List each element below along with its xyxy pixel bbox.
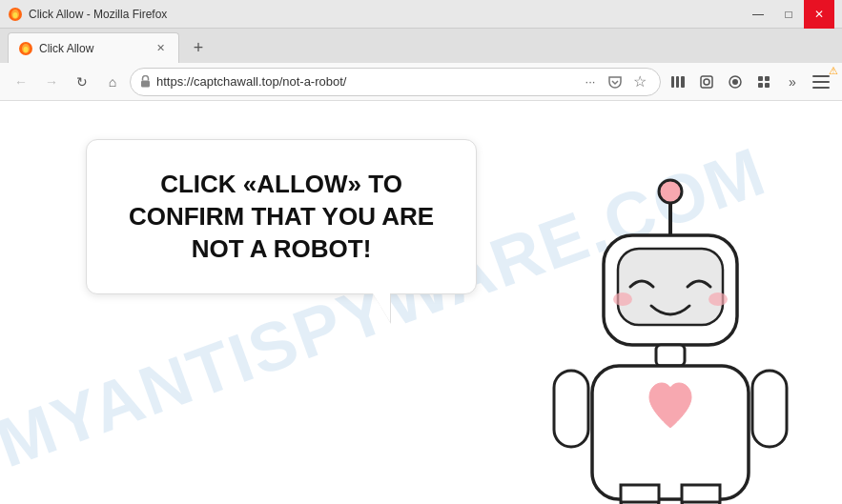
menu-warning-icon: ⚠ <box>829 65 838 77</box>
sync-button[interactable] <box>693 69 720 95</box>
svg-rect-10 <box>701 76 712 88</box>
library-button[interactable] <box>665 69 691 95</box>
svg-rect-7 <box>671 76 674 88</box>
svg-rect-29 <box>554 371 588 447</box>
titlebar: Click Allow - Mozilla Firefox — □ ✕ <box>0 0 842 29</box>
more-address-button[interactable]: ··· <box>580 71 601 92</box>
forward-button[interactable]: → <box>38 69 65 95</box>
svg-rect-6 <box>141 81 150 88</box>
svg-rect-20 <box>812 87 830 89</box>
svg-rect-8 <box>676 76 679 88</box>
home-button[interactable]: ⌂ <box>99 69 126 95</box>
navbar-right: » ⚠ <box>665 69 834 95</box>
svg-point-2 <box>13 12 18 18</box>
overflow-button[interactable]: » <box>779 69 806 95</box>
navbar: ← → ↻ ⌂ https://captchawall.top/not-a-ro… <box>0 63 842 101</box>
firefox-logo-icon <box>8 7 23 22</box>
svg-rect-17 <box>765 83 770 88</box>
robot-illustration <box>527 171 813 504</box>
maximize-button[interactable]: □ <box>773 0 804 29</box>
extensions-button[interactable] <box>750 69 777 95</box>
captcha-message: CLICK «ALLOW» TO CONFIRM THAT YOU ARE NO… <box>125 169 438 265</box>
robot-svg <box>527 171 813 504</box>
svg-point-26 <box>709 292 728 306</box>
address-actions: ··· ☆ <box>580 71 650 92</box>
svg-rect-28 <box>592 366 749 499</box>
minimize-button[interactable]: — <box>743 0 773 29</box>
svg-point-13 <box>732 79 738 85</box>
svg-point-22 <box>659 180 682 203</box>
menu-button[interactable]: ⚠ <box>808 69 834 95</box>
svg-rect-18 <box>812 75 830 77</box>
tab-label: Click Allow <box>39 42 146 55</box>
svg-rect-27 <box>656 345 685 366</box>
active-tab[interactable]: Click Allow ✕ <box>8 32 179 63</box>
pocket-icon <box>605 71 626 92</box>
bookmark-button[interactable]: ☆ <box>629 71 650 92</box>
tab-favicon-icon <box>18 41 33 56</box>
address-bar[interactable]: https://captchawall.top/not-a-robot/ ···… <box>130 68 661 96</box>
tab-close-button[interactable]: ✕ <box>152 40 169 57</box>
back-button[interactable]: ← <box>8 69 34 95</box>
titlebar-title: Click Allow - Mozilla Firefox <box>29 8 167 21</box>
svg-rect-19 <box>812 81 830 83</box>
container-button[interactable] <box>722 69 749 95</box>
titlebar-controls: — □ ✕ <box>743 0 834 29</box>
svg-rect-15 <box>765 76 770 81</box>
svg-rect-9 <box>681 76 685 88</box>
url-text: https://captchawall.top/not-a-robot/ <box>156 74 574 89</box>
svg-rect-16 <box>758 83 763 88</box>
svg-rect-30 <box>752 371 787 447</box>
security-icon <box>140 75 151 88</box>
tabbar: Click Allow ✕ + <box>0 29 842 63</box>
speech-bubble: CLICK «ALLOW» TO CONFIRM THAT YOU ARE NO… <box>86 139 477 294</box>
svg-rect-33 <box>621 485 659 502</box>
svg-point-25 <box>613 292 632 306</box>
page-content: MYANTISPYWARE.COM CLICK «ALLOW» TO CONFI… <box>0 101 842 504</box>
svg-point-5 <box>24 47 29 52</box>
titlebar-left: Click Allow - Mozilla Firefox <box>8 7 167 22</box>
svg-rect-14 <box>758 76 763 81</box>
svg-point-11 <box>704 79 709 85</box>
close-button[interactable]: ✕ <box>804 0 834 29</box>
svg-rect-34 <box>682 485 720 502</box>
refresh-button[interactable]: ↻ <box>69 69 95 95</box>
new-tab-button[interactable]: + <box>183 34 214 61</box>
